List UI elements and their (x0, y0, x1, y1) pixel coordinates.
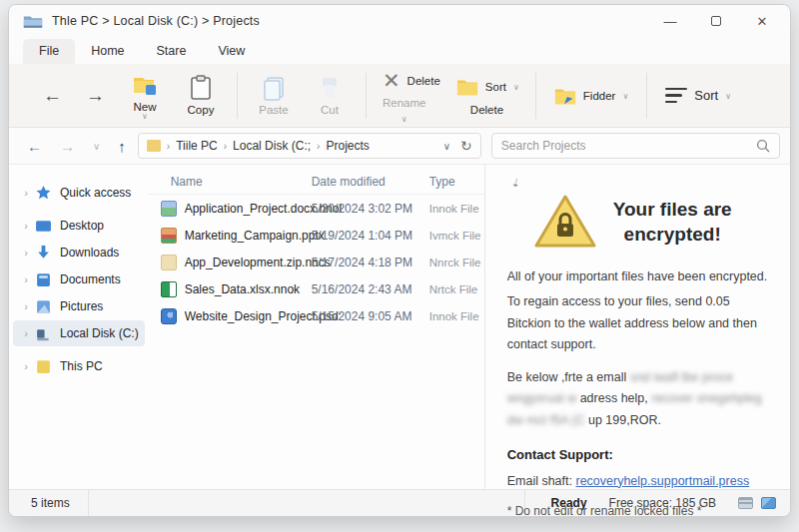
copy-button[interactable]: Copy (179, 75, 223, 116)
ransom-p3-text: up 199,ROR. (588, 413, 661, 427)
warning-lock-icon (533, 193, 597, 251)
sidebar-label: This PC (60, 359, 103, 373)
recovery-email-link[interactable]: recoveryhelp.supportmail.press (575, 474, 749, 488)
new-folder-icon (132, 72, 158, 98)
delete-x-icon: ✕ (383, 70, 400, 92)
excel-file-icon (161, 281, 177, 297)
file-type: Nnrck File (429, 257, 481, 268)
sort-lines-icon (665, 88, 687, 104)
file-row[interactable]: Sales_Data.xlsx.nnok 5/16/2024 2:43 AM N… (149, 275, 484, 302)
sort-dropdown[interactable]: Sort ∨ (456, 76, 519, 98)
menu-home[interactable]: Home (75, 39, 140, 64)
sidebar-label: Pictures (60, 299, 103, 313)
forward-icon[interactable]: → (74, 85, 117, 107)
sidebar-item-this-pc[interactable]: › This PC (13, 353, 145, 379)
paste-label: Paste (259, 104, 288, 116)
sidebar-label: Documents (60, 272, 121, 286)
close-button[interactable]: ✕ (752, 11, 772, 31)
minimize-button[interactable]: — (660, 11, 680, 31)
address-dropdown-chevron-icon[interactable]: ∨ (443, 141, 450, 152)
sort-delete-group: Sort ∨ Delete (456, 76, 519, 116)
sidebar-label: Desktop (60, 219, 104, 233)
ransom-paragraph-3: Be kelow ,frte a emall snd iwafl lbe pro… (507, 367, 768, 431)
delete-button-2[interactable]: Delete (470, 104, 503, 116)
back-icon[interactable]: ← (31, 85, 74, 107)
file-date: 5/20/2024 3:02 PM (312, 202, 429, 216)
file-type: Innok File (429, 203, 479, 215)
chevron-down-icon: ∨ (725, 94, 731, 99)
breadcrumb-projects[interactable]: Projects (326, 139, 369, 153)
chevron-down-icon: ∨ (142, 114, 148, 119)
ransom-header: Your files are encrypted! (533, 193, 768, 251)
address-bar[interactable]: › Tiile PC › Local Disk (C:; › Projects … (138, 133, 481, 159)
ransom-paragraph-2: To regain access to your files, send 0.0… (507, 291, 768, 355)
sort-right-dropdown[interactable]: Sort ∨ (665, 88, 731, 104)
nav-back-icon[interactable]: ← (21, 138, 48, 155)
rename-button[interactable]: Rename ∨ (383, 97, 425, 122)
search-box[interactable] (491, 133, 780, 159)
file-date: 5/17/2024 4:18 PM (312, 256, 429, 269)
delete-button[interactable]: ✕ Delete (383, 70, 440, 92)
chevron-down-icon: ∨ (401, 117, 407, 122)
contact-support-heading: Contact Support: (507, 447, 768, 462)
sidebar-item-desktop[interactable]: › Desktop (13, 213, 145, 239)
menu-view[interactable]: View (202, 39, 261, 64)
file-date: 5/16/2024 2:43 AM (312, 282, 429, 296)
file-name: Sales_Data.xlsx.nnok (185, 282, 300, 296)
clipboard-icon (188, 75, 214, 101)
chevron-down-icon: ∨ (513, 85, 519, 90)
cut-label: Cut (321, 104, 339, 116)
menu-stare[interactable]: Stare (141, 39, 203, 64)
maximize-button[interactable] (706, 11, 726, 31)
search-input[interactable] (501, 139, 756, 153)
paste-button[interactable]: Paste (252, 75, 296, 116)
nav-forward-icon[interactable]: → (54, 138, 81, 155)
sidebar-item-local-disk[interactable]: › Local Disk (C:) (13, 320, 145, 346)
ransom-p3-text: Be kelow ,frte a emall (507, 370, 627, 384)
breadcrumb-this-pc[interactable]: Tiile PC (176, 139, 218, 153)
chevron-right-icon: › (19, 360, 33, 372)
file-explorer-window: Thle PC > Local Disk (C:) > Projects — ✕… (8, 4, 791, 517)
ransom-note-panel: ⇣ Your files are encrypted! All of your … (484, 165, 790, 489)
file-row[interactable]: Website_Design_Project.psd: 5/15/2024 9:… (149, 302, 484, 329)
sidebar-label: Local Disk (C:) (60, 326, 139, 340)
email-line: Email shaft: recoveryhelp.supportmail.pr… (507, 474, 768, 488)
menu-file[interactable]: File (23, 39, 75, 64)
toolbar-separator (646, 73, 647, 119)
nav-history-chevron-icon[interactable]: ∨ (87, 141, 106, 152)
downloads-icon (35, 245, 52, 262)
file-date: 5/15/2024 9:05 AM (312, 309, 429, 323)
quick-access-icon (35, 185, 52, 202)
file-row[interactable]: Application_Project.docx.hnol 5/20/2024 … (149, 195, 484, 222)
toolbar-separator (366, 73, 367, 119)
breadcrumb-local-disk[interactable]: Local Disk (C:; (233, 139, 311, 153)
column-header-date-modified[interactable]: Date modified (312, 175, 429, 189)
sidebar-item-documents[interactable]: › Documents (13, 266, 145, 292)
cut-button[interactable]: Cut (308, 75, 352, 116)
address-row: ← → ∨ ↑ › Tiile PC › Local Disk (C:; › P… (9, 128, 790, 165)
file-type: Ivmck File (429, 230, 481, 242)
sidebar-item-quick-access[interactable]: › Quick access (13, 180, 145, 206)
column-header-name[interactable]: Name (149, 175, 312, 189)
file-row[interactable]: Marketing_Campaign.pptx 5/19/2024 1:04 P… (149, 222, 484, 249)
file-row[interactable]: App_Development.zip.nncs 5/17/2024 4:18 … (149, 249, 484, 275)
breadcrumb-separator-icon: › (167, 141, 170, 152)
new-button[interactable]: New ∨ (123, 72, 167, 119)
sidebar-label: Quick access (60, 186, 131, 200)
nav-up-icon[interactable]: ↑ (112, 138, 132, 155)
sidebar-item-downloads[interactable]: › Downloads (13, 240, 145, 266)
chevron-right-icon: › (19, 273, 33, 285)
toolbar-separator (535, 73, 536, 119)
ransom-p3-text: adress help, (580, 391, 652, 405)
word-file-icon (161, 201, 177, 217)
fidder-dropdown[interactable]: Fidder ∨ (554, 85, 628, 107)
sidebar-item-pictures[interactable]: › Pictures (13, 293, 145, 319)
sort-label: Sort (485, 81, 506, 93)
file-name: Marketing_Campaign.pptx (185, 229, 325, 243)
breadcrumb-separator-icon: › (224, 141, 227, 152)
refresh-icon[interactable]: ↻ (460, 138, 472, 154)
column-header-type[interactable]: Type (429, 175, 455, 189)
ransom-title: Your files are encrypted! (613, 197, 732, 247)
sidebar-label: Downloads (60, 246, 119, 260)
sort-right-label: Sort (694, 88, 718, 103)
